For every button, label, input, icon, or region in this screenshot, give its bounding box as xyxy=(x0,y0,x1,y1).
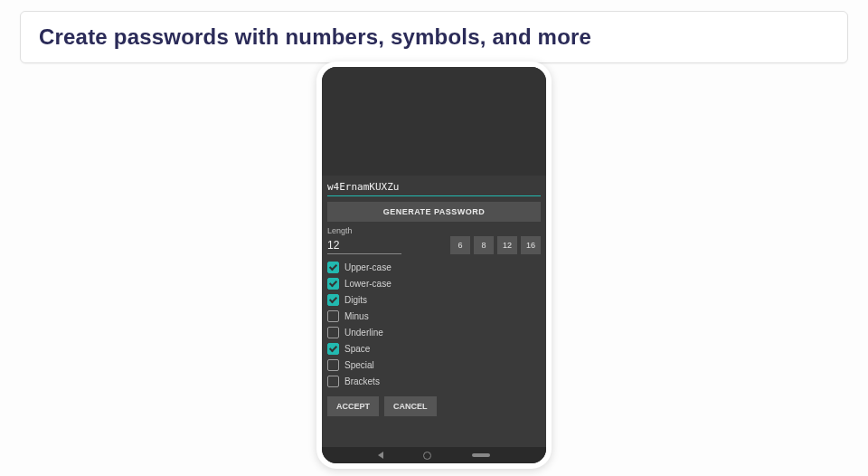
option-underline[interactable]: Underline xyxy=(327,327,541,338)
checkbox-icon xyxy=(327,327,339,338)
generated-password-field[interactable]: w4ErnamKUXZu xyxy=(327,179,541,196)
checkbox-icon xyxy=(327,294,339,306)
option-label: Lower-case xyxy=(344,279,392,289)
option-label: Digits xyxy=(344,295,367,305)
caption-text: Create passwords with numbers, symbols, … xyxy=(39,24,829,50)
checkbox-icon xyxy=(327,376,339,387)
option-label: Underline xyxy=(344,328,383,338)
length-label: Length xyxy=(327,226,541,235)
nav-back-icon[interactable] xyxy=(378,452,383,459)
checkbox-icon xyxy=(327,310,339,322)
option-label: Brackets xyxy=(344,376,380,386)
length-preset-12[interactable]: 12 xyxy=(497,236,517,254)
checkbox-icon xyxy=(327,359,339,371)
option-special[interactable]: Special xyxy=(327,359,541,371)
option-space[interactable]: Space xyxy=(327,343,541,355)
accept-button[interactable]: ACCEPT xyxy=(327,396,379,416)
option-label: Minus xyxy=(344,311,369,321)
option-label: Upper-case xyxy=(344,262,392,272)
screen-top-area xyxy=(322,67,546,176)
checkbox-icon xyxy=(327,278,339,290)
nav-home-icon[interactable] xyxy=(423,452,431,460)
option-digits[interactable]: Digits xyxy=(327,294,541,306)
generate-password-button[interactable]: GENERATE PASSWORD xyxy=(327,202,541,222)
password-generator-panel: w4ErnamKUXZu GENERATE PASSWORD Length 12… xyxy=(322,176,546,463)
dialog-actions: ACCEPT CANCEL xyxy=(327,396,541,416)
phone-frame: w4ErnamKUXZu GENERATE PASSWORD Length 12… xyxy=(316,62,552,469)
option-label: Special xyxy=(344,360,374,370)
option-lower-case[interactable]: Lower-case xyxy=(327,278,541,290)
option-brackets[interactable]: Brackets xyxy=(327,376,541,387)
option-upper-case[interactable]: Upper-case xyxy=(327,262,541,273)
checkbox-icon xyxy=(327,343,339,355)
length-input[interactable]: 12 xyxy=(327,239,401,254)
character-options: Upper-case Lower-case Digits Minus Under… xyxy=(327,262,541,387)
nav-recent-icon[interactable] xyxy=(472,453,490,457)
length-preset-16[interactable]: 16 xyxy=(521,236,541,254)
length-row: 12 6 8 12 16 xyxy=(327,236,541,254)
checkbox-icon xyxy=(327,262,339,273)
length-presets: 6 8 12 16 xyxy=(450,236,541,254)
option-label: Space xyxy=(344,344,370,354)
phone-screen: w4ErnamKUXZu GENERATE PASSWORD Length 12… xyxy=(322,67,546,463)
cancel-button[interactable]: CANCEL xyxy=(384,396,437,416)
android-navbar xyxy=(322,447,546,463)
length-preset-8[interactable]: 8 xyxy=(474,236,494,254)
option-minus[interactable]: Minus xyxy=(327,310,541,322)
length-preset-6[interactable]: 6 xyxy=(450,236,470,254)
caption-banner: Create passwords with numbers, symbols, … xyxy=(20,11,848,63)
